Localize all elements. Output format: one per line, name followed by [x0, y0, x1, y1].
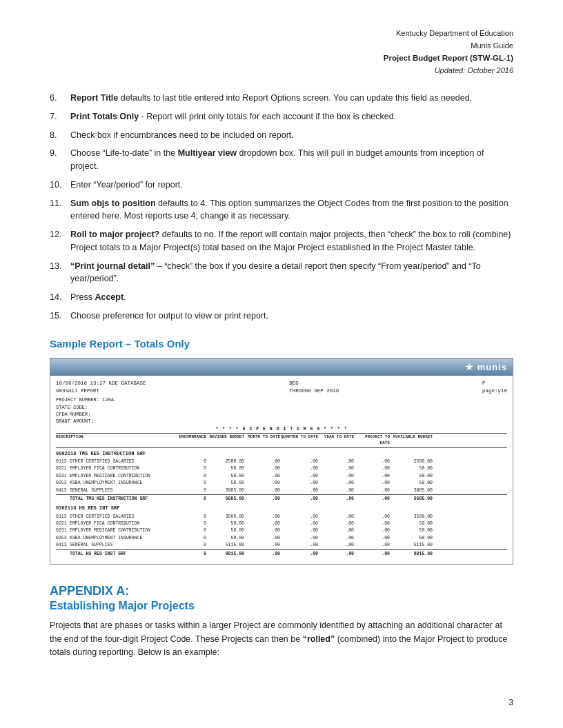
cell-1: GENERAL SUPPLIES — [70, 487, 166, 494]
report-meta-right: Ppage:y10 — [482, 380, 507, 395]
total-cell-1: TOTAL HS REG INST SRF — [70, 551, 166, 557]
cell-2: 0 — [166, 514, 206, 520]
cell-2: 0 — [166, 480, 206, 486]
cell-0: 0413 — [56, 542, 70, 548]
cell-2: 0 — [166, 465, 206, 472]
cell-0: 0221 — [56, 465, 70, 472]
cell-1: KSBA UNEMPLOYMENT INSURANCE — [70, 535, 166, 541]
total-cell-6: .00 — [318, 551, 354, 557]
report-data-row: 0113OTHER CERTIFIED SALARIES03500.00.00.… — [56, 514, 507, 520]
cell-5: .00 — [280, 542, 318, 548]
cell-0: 0231 — [56, 473, 70, 479]
list-item: 11.Sum objs to position defaults to 4. T… — [50, 197, 513, 223]
list-item: 8.Check box if encumbrances need to be i… — [50, 129, 513, 142]
list-item: 6.Report Title defaults to last title en… — [50, 92, 513, 105]
appendix-heading-big: APPENDIX A: — [50, 584, 513, 598]
page-header: Kentucky Department of Education Munis G… — [50, 28, 513, 77]
report-top-info: 10/06/2016 13:27 KDE DATABASE 983sml1 RE… — [56, 380, 507, 395]
total-cell-7: .00 — [354, 551, 390, 557]
cell-0: 0113 — [56, 514, 70, 520]
munis-logo: ★ munis — [465, 362, 507, 372]
cell-8: 50.00 — [390, 527, 433, 534]
list-item-num: 12. — [50, 228, 70, 254]
cell-6: .00 — [318, 473, 354, 479]
report-total-row: TOTAL HS REG INST SRF08815.00.00.00.00.0… — [56, 549, 507, 557]
cell-6: .00 — [318, 527, 354, 534]
col-header-3: MONTH TO DATE — [244, 434, 280, 446]
list-item-num: 8. — [50, 129, 70, 142]
cell-3: 50.00 — [206, 473, 244, 479]
cell-4: .00 — [244, 542, 280, 548]
cell-2: 0 — [166, 473, 206, 479]
cell-5: .00 — [280, 527, 318, 534]
cell-0: 0253 — [56, 480, 70, 486]
cell-1: EMPLOYER FICA CONTRIBUTION — [70, 520, 166, 527]
cell-6: .00 — [318, 480, 354, 486]
cell-0: 0221 — [56, 520, 70, 527]
cell-8: 3985.00 — [390, 487, 433, 494]
list-item-content: Sum objs to position defaults to 4. This… — [70, 197, 513, 223]
col-header-0: DESCRIPTION — [56, 434, 166, 446]
cell-5: .00 — [280, 473, 318, 479]
cell-1: GENERAL SUPPLIES — [70, 542, 166, 548]
cell-1: EMPLOYER MEDICARE CONTRIBUTION — [70, 527, 166, 534]
total-cell-2: 0 — [166, 551, 206, 557]
report-data-row: 0231EMPLOYER MEDICARE CONTRIBUTION050.00… — [56, 527, 507, 534]
list-item-num: 10. — [50, 179, 70, 192]
cell-6: .00 — [318, 535, 354, 541]
total-cell-4: .00 — [244, 496, 280, 502]
report-header-bar: ★ munis — [50, 358, 513, 376]
list-item-content: Enter “Year/period” for report. — [70, 179, 513, 192]
cell-8: 5115.00 — [390, 542, 433, 548]
cell-7: .00 — [354, 465, 390, 472]
cell-3: 50.00 — [206, 520, 244, 527]
instruction-list: 6.Report Title defaults to last title en… — [50, 92, 513, 323]
list-item-num: 9. — [50, 147, 70, 173]
cell-7: .00 — [354, 542, 390, 548]
total-cell-3: 8815.00 — [206, 551, 244, 557]
cell-7: .00 — [354, 487, 390, 494]
cell-7: .00 — [354, 514, 390, 520]
report-project-meta: PROJECT NUMBER: 120ASTATE CODE:CFDA NUMB… — [56, 396, 507, 425]
sample-report-heading: Sample Report – Totals Only — [50, 338, 513, 350]
cell-1: OTHER CERTIFIED SALARIES — [70, 514, 166, 520]
list-item: 12.Roll to major project? defaults to no… — [50, 228, 513, 254]
list-item-content: “Print journal detail” – “check” the box… — [70, 260, 513, 286]
cell-3: 50.00 — [206, 465, 244, 472]
cell-5: .00 — [280, 480, 318, 486]
cell-6: .00 — [318, 465, 354, 472]
cell-3: 50.00 — [206, 480, 244, 486]
col-header-1: ENCUMBRANCE — [166, 434, 206, 446]
report-data-row: 0221EMPLOYER FICA CONTRIBUTION050.00.00.… — [56, 465, 507, 472]
report-user: 983sml1 REPORT — [56, 387, 146, 395]
appendix-heading-sub: Establishing Major Projects — [50, 600, 513, 612]
cell-7: .00 — [354, 527, 390, 534]
cell-6: .00 — [318, 514, 354, 520]
col-header-4: QUARTER TO DATE — [280, 434, 318, 446]
cell-0: 0113 — [56, 458, 70, 465]
cell-2: 0 — [166, 542, 206, 548]
total-cell-8: 8815.00 — [390, 551, 433, 557]
list-item-num: 6. — [50, 92, 70, 105]
list-item: 7.Print Totals Only - Report will print … — [50, 110, 513, 123]
cell-3: 2500.00 — [206, 458, 244, 465]
cell-8: 2500.00 — [390, 458, 433, 465]
list-item: 10.Enter “Year/period” for report. — [50, 179, 513, 192]
report-data-row: 0231EMPLOYER MEDICARE CONTRIBUTION050.00… — [56, 473, 507, 479]
cell-5: .00 — [280, 487, 318, 494]
header-line2: Munis Guide — [50, 40, 513, 52]
list-item-num: 15. — [50, 310, 70, 323]
cell-3: 3500.00 — [206, 514, 244, 520]
cell-7: .00 — [354, 535, 390, 541]
report-total-row: TOTAL TMS KES INSTRUCTION SRF06685.00.00… — [56, 494, 507, 502]
cell-4: .00 — [244, 514, 280, 520]
total-cell-3: 6685.00 — [206, 496, 244, 502]
cell-6: .00 — [318, 458, 354, 465]
list-item-content: Choose “Life-to-date” in the Multiyear v… — [70, 147, 513, 173]
total-cell-7: .00 — [354, 496, 390, 502]
cell-5: .00 — [280, 458, 318, 465]
report-data-row: 0413GENERAL SUPPLIES03985.00.00.00.00.00… — [56, 487, 507, 494]
cell-4: .00 — [244, 480, 280, 486]
cell-2: 0 — [166, 458, 206, 465]
report-data-row: 0253KSBA UNEMPLOYMENT INSURANCE050.00.00… — [56, 535, 507, 541]
